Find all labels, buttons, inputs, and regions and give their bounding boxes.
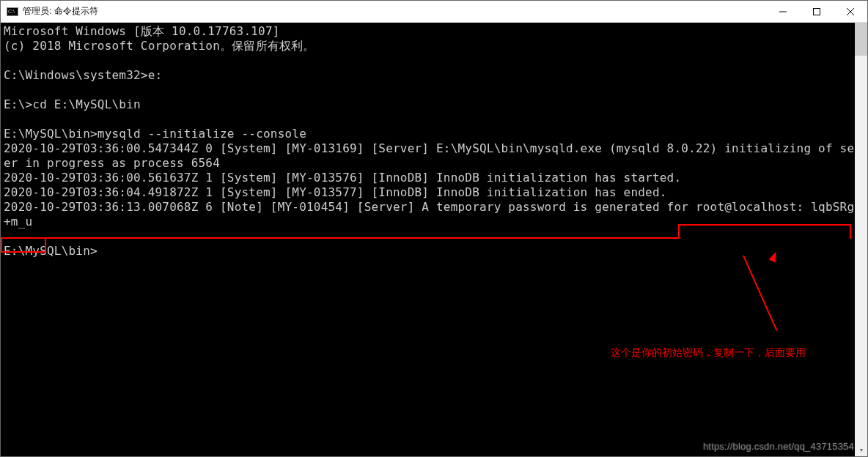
scroll-down-arrow[interactable]: ▾ xyxy=(855,444,867,456)
title-bar[interactable]: C:\ 管理员: 命令提示符 xyxy=(1,1,867,23)
vertical-scrollbar[interactable]: ▾ xyxy=(855,23,867,456)
cmd-icon: C:\ xyxy=(7,7,18,16)
close-button[interactable] xyxy=(834,1,867,22)
maximize-button[interactable] xyxy=(800,1,834,22)
svg-rect-1 xyxy=(814,8,820,15)
window-title: 管理员: 命令提示符 xyxy=(23,5,766,18)
annotation-arrow-line xyxy=(743,256,777,331)
terminal-area[interactable]: Microsoft Windows [版本 10.0.17763.107] (c… xyxy=(1,23,867,456)
minimize-button[interactable] xyxy=(766,1,800,22)
terminal-output: Microsoft Windows [版本 10.0.17763.107] (c… xyxy=(1,23,867,259)
window-controls xyxy=(766,1,867,22)
highlight-connector xyxy=(1,237,680,239)
scrollbar-thumb[interactable] xyxy=(855,23,867,56)
cmd-window: C:\ 管理员: 命令提示符 Microsoft Windows [版本 10.… xyxy=(0,0,868,457)
watermark-text: https://blog.csdn.net/qq_43715354 xyxy=(703,441,854,452)
annotation-text: 这个是你的初始密码，复制一下，后面要用 xyxy=(611,346,806,360)
